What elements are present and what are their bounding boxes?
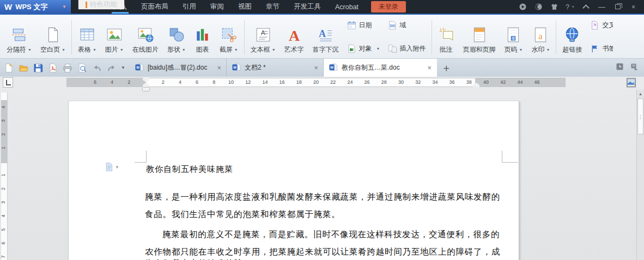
tab-list-icon[interactable] [630,63,639,73]
ruler-number: 38 [466,79,472,85]
scrollbar-thumb[interactable] [637,98,643,134]
login-button[interactable]: 未登录 [371,1,406,13]
app-logo-button[interactable]: W WPS 文字 ▼ [0,0,71,14]
menu-tab-6[interactable]: 章节 [259,0,287,14]
menu-tab-8[interactable]: 特色功能 [78,0,124,9]
ribbon-button-online-picture[interactable]: 在线图片 [128,16,163,58]
ribbon-button-chart[interactable]: 图表 [190,16,215,58]
new-tab-button[interactable]: ＋ [437,59,455,77]
vertical-ruler[interactable]: 43211234567 [1,92,8,260]
print-button[interactable] [60,61,75,75]
paragraph-style-button[interactable]: ▼ [105,163,119,171]
ribbon-button-shapes[interactable]: 形状▼ [163,16,190,58]
scroll-up-button[interactable]: ▲ [637,90,644,97]
ribbon-button-section-break[interactable]: 分隔符▼ [2,16,36,58]
document-title-text: 教你自制五种美味腌菜 [146,164,233,175]
ribbon-button-crossref[interactable]: 交叉引用 [590,21,613,30]
save-button[interactable] [31,61,45,75]
menu-tab-7[interactable]: 开发工具 [287,0,328,14]
ribbon-button-blank-page[interactable]: 空白页▼ [36,16,70,58]
ribbon-button-screenshot[interactable]: 截屏▼ [215,16,242,58]
wordart-icon: A [286,27,302,43]
vertical-scrollbar[interactable]: ▲ [636,90,644,260]
field-icon [388,21,397,30]
chevron-down-icon: ▼ [571,5,575,9]
minimize-button[interactable]: — [594,0,609,14]
customize-toolbar-dropdown[interactable]: ▼ [119,65,127,70]
document-tab-bar: ▼ W[baidu]感…冒(2).doc×W文档2 *×W教你自制五…菜.doc… [0,59,644,77]
chevron-down-icon: ▼ [376,47,380,51]
ruler-toggle-button[interactable] [626,77,636,88]
chevron-down-icon: ▼ [62,48,65,52]
skin-circle-icon[interactable] [515,0,530,14]
ribbon-button-header-footer[interactable]: 页眉和页脚 [459,16,500,58]
left-indent-marker[interactable] [143,88,149,91]
ribbon-button-picture[interactable]: 图片▼ [101,16,128,58]
ruler-top-margin [1,100,7,163]
theme-shirt-icon[interactable] [547,0,562,14]
ribbon-group-separator [71,20,72,54]
document-tab-2[interactable]: W教你自制五…菜.doc× [324,59,437,77]
undo-button[interactable] [90,61,104,75]
ruler-number: 2 [162,79,165,85]
ribbon-button-attach[interactable]: 插入附件 [388,44,426,53]
close-tab-icon[interactable]: × [217,64,221,71]
ruler-number: 34 [432,79,438,85]
ribbon-group-separator [556,20,556,54]
night-mode-icon[interactable] [531,0,546,14]
ribbon-group-separator [432,20,432,54]
ribbon-button-bookmark[interactable]: 书签 [590,44,613,53]
horizontal-ruler[interactable]: 6422468101214161820222426283032343638404… [66,78,566,87]
ruler-number: 2 [127,79,130,85]
comment-icon [438,27,454,43]
ruler-number: 10 [228,79,234,85]
restore-button[interactable] [610,0,625,14]
document-text-line: 农作物都只能在丰收之时享用，把菜腌起来就可以让菜肴跨越时间乃至地区上的障碍了，成 [145,246,500,258]
table-icon [79,27,95,43]
document-page[interactable]: ▼ 教你自制五种美味腌菜 腌菜，是一种利用高浓度盐液和乳酸菌发酵来保藏蔬菜，并通… [68,101,519,260]
dropcap-icon: A [318,27,334,43]
ribbon-button-object[interactable]: 对象▼ [347,44,380,53]
ribbon-button-date[interactable]: 日期 [347,21,380,30]
document-file-icon: W [329,63,338,73]
help-icon[interactable]: ?▼ [563,0,578,14]
tab-stop-selector[interactable] [3,77,13,88]
menu-tab-5[interactable]: 视图 [231,0,259,14]
ruler-number: 40 [483,79,489,85]
ruler-number: 8 [212,79,215,85]
menu-tab-2[interactable]: 页面布局 [134,0,175,14]
ribbon-button-field[interactable]: 域 [388,21,426,30]
ribbon-button-hyperlink[interactable]: 超链接 [558,16,586,58]
ribbon-stack-group: 日期对象▼ [343,16,384,58]
ribbon-button-dropcap[interactable]: A首字下沉 [308,16,343,58]
print-preview-button[interactable] [75,61,89,75]
ribbon-button-textbox[interactable]: A文本框▼ [246,16,280,58]
workspace: 6422468101214161820222426283032343638404… [0,77,644,260]
close-tab-icon[interactable]: × [427,64,432,71]
ribbon-button-watermark[interactable]: a水印▼ [527,16,554,58]
ribbon-button-wordart[interactable]: A艺术字 [280,16,308,58]
document-tab-0[interactable]: W[baidu]感…冒(2).doc× [130,59,227,77]
menu-tab-9[interactable]: Acrobat [328,0,366,14]
ribbon-stack-group: 域插入附件 [384,16,430,58]
close-button[interactable]: × [626,0,641,14]
collapse-ribbon-icon[interactable] [579,0,593,14]
ribbon-button-pagenum[interactable]: 页码▼ [500,16,527,58]
export-pdf-button[interactable] [46,61,60,75]
close-tab-icon[interactable]: × [314,64,318,71]
ruler-number: 3 [1,201,6,203]
ribbon-button-table[interactable]: 表格▼ [74,16,101,58]
ribbon-button-comment[interactable]: 批注 [434,16,459,58]
ruler-number: 26 [364,79,370,85]
menu-tab-3[interactable]: 引用 [175,0,203,14]
new-document-button[interactable] [2,61,16,75]
ruler-number: 24 [347,79,353,85]
ruler-number: 5 [1,228,6,231]
chevron-down-icon: ▼ [182,48,186,52]
menu-tab-4[interactable]: 审阅 [203,0,231,14]
chevron-down-icon: ▼ [546,48,550,52]
open-button[interactable] [16,61,31,75]
history-clock-icon[interactable] [616,63,624,73]
redo-button[interactable] [105,61,119,75]
document-tab-1[interactable]: W文档2 *× [227,59,324,77]
